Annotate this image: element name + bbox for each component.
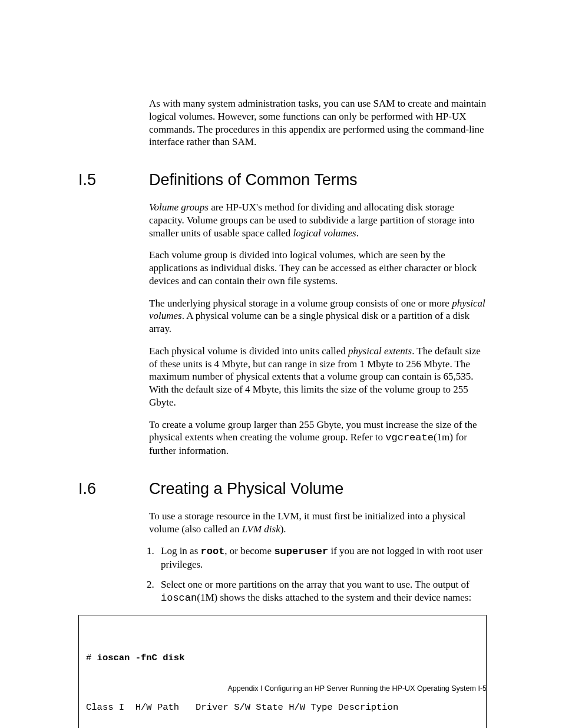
s5-p1: Volume groups are HP-UX's method for div… bbox=[149, 201, 487, 239]
text: . A physical volume can be a single phys… bbox=[149, 310, 470, 334]
s6-p1: To use a storage resource in the LVM, it… bbox=[149, 510, 487, 536]
term-volume-groups: Volume groups bbox=[149, 202, 209, 213]
section-title: Definitions of Common Terms bbox=[149, 171, 358, 189]
text: , or become bbox=[224, 545, 274, 556]
term-logical-volumes: logical volumes bbox=[293, 228, 356, 239]
section6-body: To use a storage resource in the LVM, it… bbox=[149, 510, 487, 536]
step-marker: 1. bbox=[147, 545, 154, 558]
text: . bbox=[356, 228, 359, 239]
text: Select one or more partitions on the arr… bbox=[161, 579, 470, 590]
section-number: I.5 bbox=[78, 171, 149, 189]
section5-body: Volume groups are HP-UX's method for div… bbox=[149, 201, 487, 457]
cmd-root: root bbox=[201, 546, 225, 557]
s5-p5: To create a volume group larger than 255… bbox=[149, 419, 487, 457]
step-marker: 2. bbox=[147, 578, 154, 591]
cmd-ioscan: ioscan bbox=[161, 592, 197, 604]
prompt: # bbox=[86, 653, 97, 663]
text: (1M) shows the disks attached to the sys… bbox=[197, 592, 471, 603]
cmd-superuser: superuser bbox=[274, 546, 328, 557]
s5-p4: Each physical volume is divided into uni… bbox=[149, 345, 487, 409]
s5-p2: Each volume group is divided into logica… bbox=[149, 249, 487, 287]
intro-block: As with many system administration tasks… bbox=[149, 97, 487, 149]
section-number: I.6 bbox=[78, 480, 149, 498]
section-heading-i5: I.5 Definitions of Common Terms bbox=[78, 171, 487, 189]
text: To use a storage resource in the LVM, it… bbox=[149, 510, 465, 535]
text: The underlying physical storage in a vol… bbox=[149, 298, 452, 309]
section-title: Creating a Physical Volume bbox=[149, 480, 343, 498]
step-2: 2. Select one or more partitions on the … bbox=[149, 578, 487, 605]
term-physical-extents: physical extents bbox=[348, 345, 412, 357]
step-1: 1. Log in as root, or become superuser i… bbox=[149, 545, 487, 571]
text: ). bbox=[280, 523, 286, 535]
command: ioscan -fnC disk bbox=[97, 653, 185, 663]
term-lvm-disk: LVM disk bbox=[242, 523, 280, 535]
section-heading-i6: I.6 Creating a Physical Volume bbox=[78, 480, 487, 498]
terminal-output: # ioscan -fnC disk Class I H/W Path Driv… bbox=[78, 615, 487, 728]
code-line-2: Class I H/W Path Driver S/W State H/W Ty… bbox=[86, 701, 479, 714]
code-line-1: # ioscan -fnC disk bbox=[86, 651, 479, 665]
page-content: As with many system administration tasks… bbox=[0, 0, 562, 728]
cmd-vgcreate: vgcreate bbox=[385, 432, 434, 443]
text: Each physical volume is divided into uni… bbox=[149, 345, 348, 357]
s5-p3: The underlying physical storage in a vol… bbox=[149, 297, 487, 335]
text: Log in as bbox=[161, 545, 201, 556]
steps-list: 1. Log in as root, or become superuser i… bbox=[149, 545, 487, 604]
intro-paragraph: As with many system administration tasks… bbox=[149, 97, 487, 149]
page-footer: Appendix I Configuring an HP Server Runn… bbox=[227, 684, 487, 693]
